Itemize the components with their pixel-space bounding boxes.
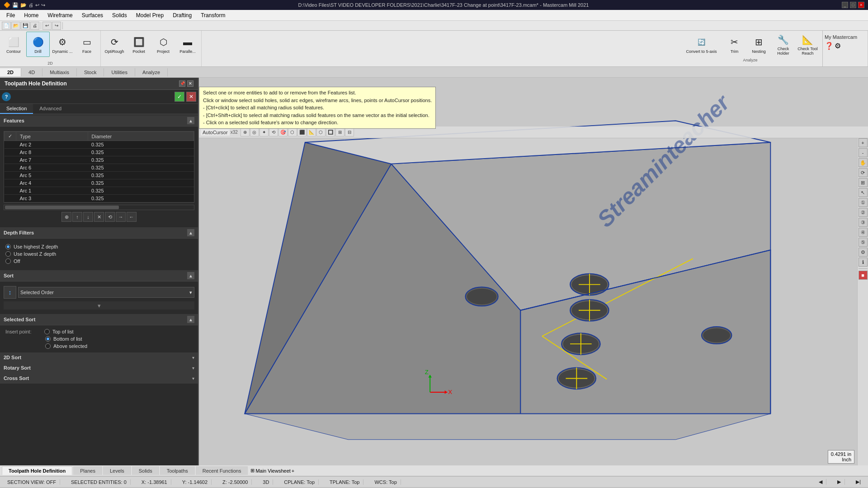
- panel-pin-button[interactable]: 📌: [179, 80, 185, 87]
- feat-btn-up[interactable]: ↑: [72, 212, 82, 222]
- qt-new[interactable]: 📄: [2, 22, 11, 30]
- quick-access-save[interactable]: 💾: [12, 2, 19, 8]
- features-scrollbar-thumb[interactable]: [5, 206, 119, 209]
- viewsheet-add[interactable]: +: [292, 468, 294, 474]
- insert-top-circle[interactable]: [44, 329, 50, 334]
- sort-dropdown[interactable]: Selected Order ▾: [18, 287, 194, 298]
- feat-btn-reset[interactable]: ⟲: [105, 212, 115, 222]
- ribbon-face[interactable]: ▭ Face: [75, 32, 99, 57]
- sub-btn-2[interactable]: ◎: [250, 128, 259, 136]
- table-row[interactable]: Arc 2 0.325: [5, 141, 194, 149]
- ribbon-check-holder[interactable]: 🔧 Check Holder: [772, 32, 795, 57]
- r-btn-red[interactable]: ■: [859, 271, 868, 280]
- menu-solids[interactable]: Solids: [108, 11, 132, 19]
- feat-btn-delete[interactable]: ✕: [94, 212, 104, 222]
- table-row[interactable]: Arc 6 0.325: [5, 164, 194, 172]
- ribbon-drill[interactable]: 🔵 Drill: [26, 32, 50, 57]
- bottom-tab-toolpaths[interactable]: Toolpaths: [160, 466, 195, 475]
- radio-lowest-z-circle[interactable]: [5, 251, 11, 257]
- qt-redo[interactable]: ↪: [52, 22, 61, 30]
- menu-drafting[interactable]: Drafting: [168, 11, 196, 19]
- table-row[interactable]: Arc 8 0.325: [5, 149, 194, 156]
- mastercam-help-icon[interactable]: ❓: [825, 42, 834, 50]
- table-row[interactable]: Arc 4 0.325: [5, 179, 194, 187]
- cross-sort-header[interactable]: Cross Sort ▾: [0, 373, 198, 383]
- quick-access-undo[interactable]: ↩: [35, 2, 39, 8]
- panel-close-button[interactable]: ✕: [187, 80, 193, 87]
- ribbon-project[interactable]: ⬡ Project: [151, 32, 175, 57]
- depth-filters-section-header[interactable]: Depth Filters ▲: [0, 227, 198, 239]
- menu-home[interactable]: Home: [19, 11, 43, 19]
- menu-surfaces[interactable]: Surfaces: [77, 11, 108, 19]
- r-btn-select[interactable]: ↖: [859, 188, 868, 197]
- sub-btn-6[interactable]: ⬡: [288, 128, 297, 136]
- view-tab-analyze[interactable]: Analyze: [135, 68, 168, 76]
- bottom-tab-hole-def[interactable]: Toolpath Hole Definition: [2, 466, 72, 475]
- table-row[interactable]: Arc 5 0.325: [5, 172, 194, 179]
- quick-access-print[interactable]: 🖨: [28, 2, 33, 8]
- r-btn-view3[interactable]: ③: [859, 218, 868, 227]
- ribbon-trim[interactable]: ✂ Trim: [723, 32, 746, 57]
- bottom-tab-levels[interactable]: Levels: [103, 466, 131, 475]
- qt-print[interactable]: 🖨: [30, 22, 39, 30]
- feat-btn-left[interactable]: ←: [127, 212, 137, 222]
- r-btn-info[interactable]: ℹ: [859, 258, 868, 267]
- ribbon-pocket[interactable]: 🔲 Pocket: [127, 32, 151, 57]
- mastercam-settings-icon[interactable]: ⚙: [835, 42, 841, 50]
- selected-sort-section-header[interactable]: Selected Sort ▲: [0, 314, 198, 325]
- feat-btn-down[interactable]: ↓: [83, 212, 93, 222]
- sub-btn-7[interactable]: ⬛: [297, 128, 307, 136]
- radio-highest-z-circle[interactable]: [5, 244, 11, 249]
- radio-lowest-z[interactable]: Use lowest Z depth: [5, 250, 193, 258]
- sort-collapse-button[interactable]: ▲: [187, 272, 194, 279]
- bottom-tab-recent[interactable]: Recent Functions: [196, 466, 248, 475]
- bottom-tab-planes[interactable]: Planes: [73, 466, 102, 475]
- feat-btn-select[interactable]: ⊕: [61, 212, 71, 222]
- maximize-button[interactable]: □: [850, 2, 856, 8]
- view-tab-stock[interactable]: Stock: [77, 68, 104, 76]
- bottom-tab-solids[interactable]: Solids: [132, 466, 159, 475]
- panel-help-button[interactable]: ?: [2, 92, 11, 101]
- status-nav-prev[interactable]: ◀: [815, 479, 826, 485]
- r-btn-view4[interactable]: ④: [859, 228, 868, 237]
- panel-ok-button[interactable]: ✓: [175, 92, 184, 102]
- sub-btn-9[interactable]: ⬡: [316, 128, 326, 136]
- menu-transform[interactable]: Transform: [196, 11, 230, 19]
- ribbon-contour[interactable]: ⬜ Contour: [2, 32, 25, 57]
- ribbon-convert-5axis[interactable]: 🔄 Convert to 5-axis: [681, 32, 722, 57]
- table-row[interactable]: Arc 1 0.325: [5, 187, 194, 195]
- panel-tab-advanced[interactable]: Advanced: [33, 104, 68, 114]
- qt-save[interactable]: 💾: [21, 22, 30, 30]
- insert-above-circle[interactable]: [45, 343, 51, 349]
- panel-tab-selection[interactable]: Selection: [0, 104, 33, 114]
- menu-file[interactable]: File: [2, 11, 19, 19]
- minimize-button[interactable]: _: [842, 2, 848, 8]
- sub-btn-1[interactable]: ⊕: [241, 128, 250, 136]
- r-btn-view1[interactable]: ①: [859, 198, 868, 207]
- r-btn-zoom-out[interactable]: -: [859, 148, 868, 157]
- r-btn-view5[interactable]: ⑤: [859, 238, 868, 247]
- window-controls[interactable]: _ □ ✕: [842, 2, 864, 8]
- sort-2d-header[interactable]: 2D Sort ▾: [0, 352, 198, 362]
- r-btn-zoom-in[interactable]: +: [859, 138, 868, 147]
- r-btn-view2[interactable]: ②: [859, 208, 868, 217]
- table-row[interactable]: Arc 7 0.325: [5, 156, 194, 164]
- radio-off[interactable]: Off: [5, 258, 193, 265]
- sub-btn-5[interactable]: 🎯: [278, 128, 288, 136]
- close-button[interactable]: ✕: [858, 2, 864, 8]
- view-tab-utilities[interactable]: Utilities: [104, 68, 135, 76]
- sort-section-header[interactable]: Sort ▲: [0, 270, 198, 282]
- ribbon-parallel[interactable]: ▬ Paralle...: [176, 32, 199, 57]
- r-btn-settings[interactable]: ⚙: [859, 248, 868, 257]
- view-tab-4d[interactable]: 4D: [21, 68, 42, 76]
- insert-bottom-circle[interactable]: [45, 336, 51, 342]
- canvas-area[interactable]: Select one or more entities to add to or…: [199, 78, 868, 465]
- qt-open[interactable]: 📂: [11, 22, 20, 30]
- ribbon-optirough[interactable]: ⟳ OptiRough: [103, 32, 126, 57]
- view-tab-multiaxis[interactable]: Multiaxis: [42, 68, 77, 76]
- sub-btn-10[interactable]: 🔲: [326, 128, 335, 136]
- radio-off-circle[interactable]: [5, 258, 11, 264]
- table-row[interactable]: Arc 3 0.325: [5, 195, 194, 202]
- ribbon-check-tool-reach[interactable]: 📐 Check Tool Reach: [796, 32, 820, 57]
- features-section-header[interactable]: Features ▲: [0, 115, 198, 127]
